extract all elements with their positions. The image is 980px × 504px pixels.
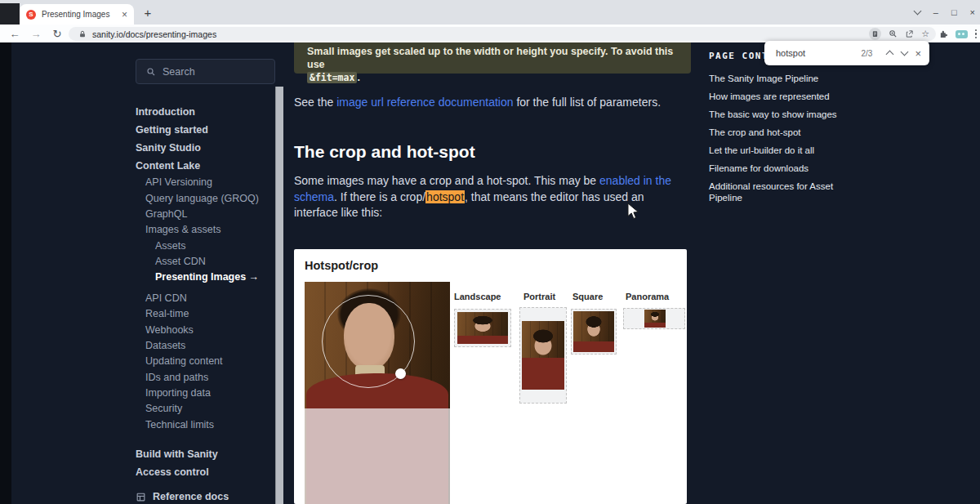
crop-p1: Some images may have a crop and a hot-sp… <box>294 174 599 187</box>
find-highlight: hotspot <box>425 190 465 203</box>
tab-title: Presenting Images <box>42 10 117 19</box>
sidebar-item-build-with-sanity[interactable]: Build with Sanity <box>136 445 273 463</box>
sidebar-item-real-time[interactable]: Real-time <box>136 306 273 322</box>
docs-page: Introduction Getting started Sanity Stud… <box>0 42 980 504</box>
label-panorama: Panorama <box>626 292 669 301</box>
window-controls: – □ × <box>915 0 975 25</box>
sidebar-item-presenting-images[interactable]: Presenting Images → <box>136 270 273 285</box>
toc-item-basic-way[interactable]: The basic way to show images <box>709 109 854 120</box>
url-text: sanity.io/docs/presenting-images <box>92 29 869 39</box>
sidebar-item-asset-cdn[interactable]: Asset CDN <box>136 254 273 270</box>
crop-faded-area <box>305 408 450 504</box>
sanity-favicon-icon: S <box>26 10 36 20</box>
chevron-down-icon <box>900 48 908 56</box>
find-next-button[interactable] <box>897 49 911 57</box>
browser-menu-icon[interactable] <box>975 29 978 39</box>
sidebar-item-introduction[interactable]: Introduction <box>136 103 273 121</box>
find-match-counter: 2/3 <box>862 49 873 58</box>
crop-p2: . If there is a crop/ <box>334 190 425 203</box>
address-bar[interactable]: sanity.io/docs/presenting-images ☆ <box>69 27 936 41</box>
note-callout: Small images get scaled up to the width … <box>294 42 691 74</box>
see-prefix: See the <box>294 96 336 109</box>
chevron-up-icon <box>885 51 893 59</box>
zoom-icon[interactable] <box>889 29 898 38</box>
sidebar-item-webhooks[interactable]: Webhooks <box>136 322 273 337</box>
sidebar-item-updating-content[interactable]: Updating content <box>136 354 273 369</box>
square-thumbnail <box>573 311 614 352</box>
grid-icon <box>136 492 146 502</box>
see-paragraph: See the image url reference documentatio… <box>294 95 691 111</box>
page-left-gutter <box>0 42 11 504</box>
label-portrait: Portrait <box>523 292 555 301</box>
bookmark-star-icon[interactable]: ☆ <box>921 29 929 38</box>
hotspot-editor-photo <box>305 282 450 504</box>
image-url-reference-link[interactable]: image url reference documentation <box>336 96 513 109</box>
sidebar-item-security[interactable]: Security <box>136 401 273 417</box>
lock-icon <box>78 30 87 38</box>
search-input[interactable] <box>163 66 261 78</box>
figure-title: Hotspot/crop <box>305 259 378 272</box>
find-previous-button[interactable] <box>882 49 897 57</box>
see-suffix: for the full list of parameters. <box>514 96 662 109</box>
find-close-button[interactable]: × <box>915 47 921 60</box>
toc-item-additional-resources[interactable]: Additional resources for Asset Pipeline <box>709 181 854 203</box>
sidebar-item-api-cdn[interactable]: API CDN <box>136 291 273 306</box>
sidebar-item-graphql[interactable]: GraphQL <box>136 207 273 222</box>
tab-close-icon[interactable]: × <box>122 9 127 20</box>
sidebar-item-sanity-studio[interactable]: Sanity Studio <box>136 139 273 157</box>
toc-item-pipeline[interactable]: The Sanity Image Pipeline <box>709 73 854 84</box>
sidebar-item-images-assets[interactable]: Images & assets <box>136 222 273 238</box>
docs-sidebar-nav: Introduction Getting started Sanity Stud… <box>136 103 273 481</box>
page-contents-list: The Sanity Image Pipeline How images are… <box>709 73 854 210</box>
sidebar-item-assets[interactable]: Assets <box>136 239 273 254</box>
browser-extension-icon[interactable] <box>956 30 968 38</box>
callout-code: &fit=max <box>307 72 357 83</box>
label-square: Square <box>572 292 603 301</box>
browser-tab-strip: S Presenting Images × + – □ × <box>0 0 980 25</box>
sidebar-item-datasets[interactable]: Datasets <box>136 338 273 354</box>
sidebar-reference-docs[interactable]: Reference docs <box>136 491 229 502</box>
back-button[interactable]: ← <box>7 25 23 42</box>
forward-button[interactable]: → <box>28 25 44 42</box>
sidebar-item-importing-data[interactable]: Importing data <box>136 386 273 401</box>
sidebar-item-getting-started[interactable]: Getting started <box>136 121 273 139</box>
toc-item-filename[interactable]: Filename for downloads <box>709 163 854 174</box>
sidebar-item-content-lake[interactable]: Content Lake <box>136 157 273 175</box>
extensions-puzzle-icon[interactable] <box>939 29 948 38</box>
section-heading: The crop and hot-spot <box>294 142 475 162</box>
toc-item-represented[interactable]: How images are represented <box>709 91 854 102</box>
toc-item-crop-hotspot[interactable]: The crop and hot-spot <box>709 127 854 138</box>
hotspot-crop-figure: Hotspot/crop Landscape Portrait Square P… <box>294 249 687 504</box>
toc-item-url-builder[interactable]: Let the url-builder do it all <box>709 145 854 156</box>
hotspot-drag-handle[interactable] <box>395 368 406 379</box>
window-close-button[interactable]: × <box>970 8 975 17</box>
mouse-cursor <box>627 203 640 221</box>
browser-tab[interactable]: S Presenting Images × <box>20 4 134 25</box>
tab-search-icon[interactable] <box>913 7 921 16</box>
find-query-input[interactable]: hotspot <box>776 48 862 58</box>
callout-text: Small images get scaled up to the width … <box>307 46 673 70</box>
window-frame-corner <box>0 3 20 25</box>
share-icon[interactable] <box>905 29 914 38</box>
find-in-page-bar[interactable]: hotspot 2/3 × <box>764 41 929 65</box>
landscape-crop-box <box>454 309 511 347</box>
sidebar-item-api-versioning[interactable]: API Versioning <box>136 175 273 190</box>
new-tab-button[interactable]: + <box>139 3 157 21</box>
sidebar-item-query-language[interactable]: Query language (GROQ) <box>136 190 273 206</box>
browser-toolbar: ← → ↻ sanity.io/docs/presenting-images <box>0 25 980 42</box>
landscape-thumbnail <box>457 312 508 344</box>
reading-mode-icon[interactable] <box>869 28 881 40</box>
portrait-crop-box <box>519 307 567 404</box>
sidebar-item-ids-and-paths[interactable]: IDs and paths <box>136 370 273 386</box>
panorama-thumbnail <box>644 310 666 328</box>
search-icon <box>146 67 156 77</box>
reload-button[interactable]: ↻ <box>49 25 65 42</box>
maximize-button[interactable]: □ <box>951 8 957 17</box>
callout-suffix: . <box>357 72 359 83</box>
docs-search-box[interactable] <box>136 59 275 84</box>
sidebar-item-access-control[interactable]: Access control <box>136 463 273 481</box>
minimize-button[interactable]: – <box>933 8 938 17</box>
square-crop-box <box>571 309 617 355</box>
sidebar-item-technical-limits[interactable]: Technical limits <box>136 417 273 433</box>
sidebar-scrollbar[interactable] <box>275 87 283 504</box>
